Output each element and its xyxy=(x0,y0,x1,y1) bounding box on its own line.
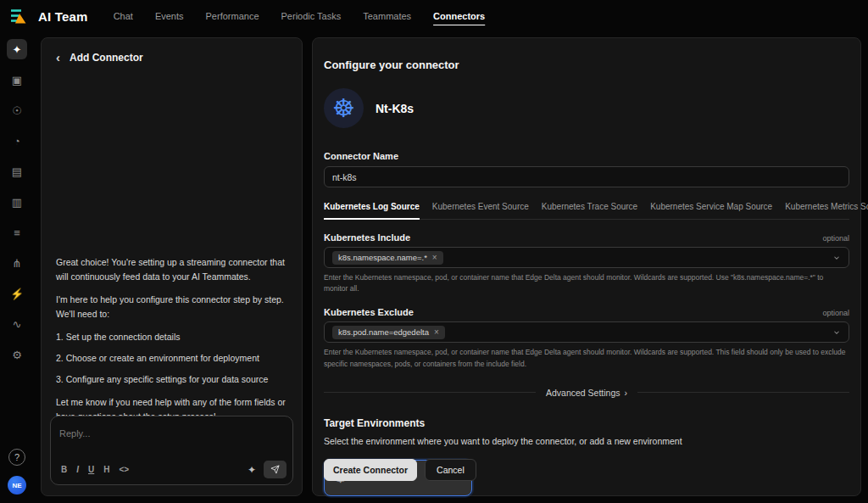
exclude-helper-text: Enter the Kubernetes namespace, pod, or … xyxy=(324,347,849,369)
chevron-down-icon[interactable] xyxy=(832,328,841,337)
user-avatar[interactable]: NE xyxy=(8,476,26,495)
connector-name-input[interactable] xyxy=(324,166,849,187)
message-list-item: 2. Choose or create an environment for d… xyxy=(56,351,289,366)
target-environments-title: Target Environments xyxy=(324,417,849,429)
send-area: ✦ xyxy=(248,461,287,478)
message-list-item: 1. Set up the connection details xyxy=(56,330,289,344)
remove-chip-icon[interactable]: × xyxy=(434,328,439,337)
code-button[interactable]: <> xyxy=(119,465,129,474)
message-paragraph: Great choice! You're setting up a stream… xyxy=(56,255,289,284)
message-paragraph: I'm here to help you configure this conn… xyxy=(56,293,289,321)
target-environments-subtitle: Select the environment where you want to… xyxy=(324,436,849,446)
divider-line xyxy=(637,392,849,393)
chevron-down-icon[interactable] xyxy=(832,254,841,262)
reply-toolbar: B I U H <> ✦ xyxy=(61,461,287,478)
edgedelta-logo-icon xyxy=(8,6,28,26)
remove-chip-icon[interactable]: × xyxy=(432,254,437,262)
include-chip[interactable]: k8s.namespace.name=.* × xyxy=(332,251,443,265)
page-title: Configure your connector xyxy=(324,59,849,71)
ai-sparkle-icon[interactable]: ✦ xyxy=(248,464,256,476)
chevron-right-icon: › xyxy=(625,388,628,398)
lists-icon[interactable]: ≡ xyxy=(7,222,27,243)
exclude-label: Kubernetes Exclude xyxy=(324,307,414,317)
create-connector-button[interactable]: Create Connector xyxy=(324,459,417,481)
connector-name-label: Connector Name xyxy=(324,151,849,161)
nav-item-chat[interactable]: Chat xyxy=(114,11,133,21)
exclude-chip-label: k8s.pod.name=edgedelta xyxy=(338,327,429,337)
settings-gear-icon[interactable]: ⚙ xyxy=(7,344,27,365)
tab-trace-source[interactable]: Kubernetes Trace Source xyxy=(542,202,637,219)
send-button[interactable] xyxy=(264,461,287,478)
underline-button[interactable]: U xyxy=(88,465,94,474)
bold-button[interactable]: B xyxy=(61,465,67,474)
connector-title: Nt-K8s xyxy=(376,102,414,115)
ideas-icon[interactable]: ☉ xyxy=(7,100,27,120)
exclude-select[interactable]: k8s.pod.name=edgedelta × xyxy=(324,321,849,343)
exclude-chip[interactable]: k8s.pod.name=edgedelta × xyxy=(332,326,445,339)
add-connector-panel: ‹ Add Connector Great choice! You're set… xyxy=(41,37,303,496)
include-optional-badge: optional xyxy=(822,234,849,243)
gauge-icon[interactable]: ◔ xyxy=(7,131,27,151)
panel-title: Add Connector xyxy=(70,52,143,64)
paper-plane-icon xyxy=(270,465,280,474)
configure-connector-panel: Configure your connector ☸ Nt-K8s Connec… xyxy=(312,37,861,496)
heading-button[interactable]: H xyxy=(103,465,109,474)
include-select[interactable]: k8s.namespace.name=.* × xyxy=(324,247,849,268)
nav-item-events[interactable]: Events xyxy=(155,11,184,21)
tab-log-source[interactable]: Kubernetes Log Source xyxy=(324,202,420,220)
back-chevron-icon[interactable]: ‹ xyxy=(56,51,60,64)
kubernetes-logo-icon: ☸ xyxy=(324,88,364,128)
advanced-settings-toggle[interactable]: Advanced Settings › xyxy=(546,388,627,398)
ai-assistant-icon[interactable]: ✦ xyxy=(7,39,27,59)
pipelines-icon[interactable]: ⋔ xyxy=(7,253,27,273)
nav-item-teammates[interactable]: Teammates xyxy=(363,11,411,21)
cancel-button[interactable]: Cancel xyxy=(425,459,476,481)
include-helper-text: Enter the Kubernetes namespace, pod, or … xyxy=(324,272,849,294)
tab-event-source[interactable]: Kubernetes Event Source xyxy=(432,202,529,219)
actions-icon[interactable]: ⚡ xyxy=(7,283,27,304)
footer-actions: Create Connector Cancel xyxy=(324,459,476,481)
exclude-label-row: Kubernetes Exclude optional xyxy=(324,307,849,317)
source-tabs: Kubernetes Log Source Kubernetes Event S… xyxy=(324,202,849,220)
exclude-optional-badge: optional xyxy=(822,309,849,317)
include-label: Kubernetes Include xyxy=(324,232,410,243)
advanced-settings-label: Advanced Settings xyxy=(546,388,620,398)
tab-metrics-source[interactable]: Kubernetes Metrics Source xyxy=(785,202,868,219)
help-icon[interactable]: ? xyxy=(8,449,25,466)
charts-icon[interactable]: ▥ xyxy=(7,192,27,212)
nav-item-periodic-tasks[interactable]: Periodic Tasks xyxy=(281,11,342,21)
gallery-icon[interactable]: ▣ xyxy=(7,70,27,90)
divider-line xyxy=(324,392,536,393)
journal-icon[interactable]: ▤ xyxy=(7,161,27,182)
message-list-item: 3. Configure any specific settings for y… xyxy=(56,372,289,387)
nav-item-connectors[interactable]: Connectors xyxy=(433,11,485,21)
top-navigation: Chat Events Performance Periodic Tasks T… xyxy=(114,11,486,21)
top-bar: AI Team Chat Events Performance Periodic… xyxy=(0,0,868,32)
tab-service-map-source[interactable]: Kubernetes Service Map Source xyxy=(650,202,772,219)
connector-header: ☸ Nt-K8s xyxy=(324,88,849,128)
app-screen: AI Team Chat Events Performance Periodic… xyxy=(0,0,868,503)
include-chip-label: k8s.namespace.name=.* xyxy=(338,253,427,262)
icon-sidebar: ✦ ▣ ☉ ◔ ▤ ▥ ≡ ⋔ ⚡ ∿ ⚙ ? NE xyxy=(0,32,34,503)
reply-input[interactable] xyxy=(59,428,284,439)
panel-header: ‹ Add Connector xyxy=(42,38,302,76)
advanced-settings-divider: Advanced Settings › xyxy=(324,388,849,398)
italic-button[interactable]: I xyxy=(76,465,79,474)
nav-item-performance[interactable]: Performance xyxy=(206,11,259,21)
activity-icon[interactable]: ∿ xyxy=(7,314,27,334)
include-label-row: Kubernetes Include optional xyxy=(324,232,849,243)
app-title: AI Team xyxy=(38,9,88,24)
reply-composer: B I U H <> ✦ xyxy=(50,416,293,485)
